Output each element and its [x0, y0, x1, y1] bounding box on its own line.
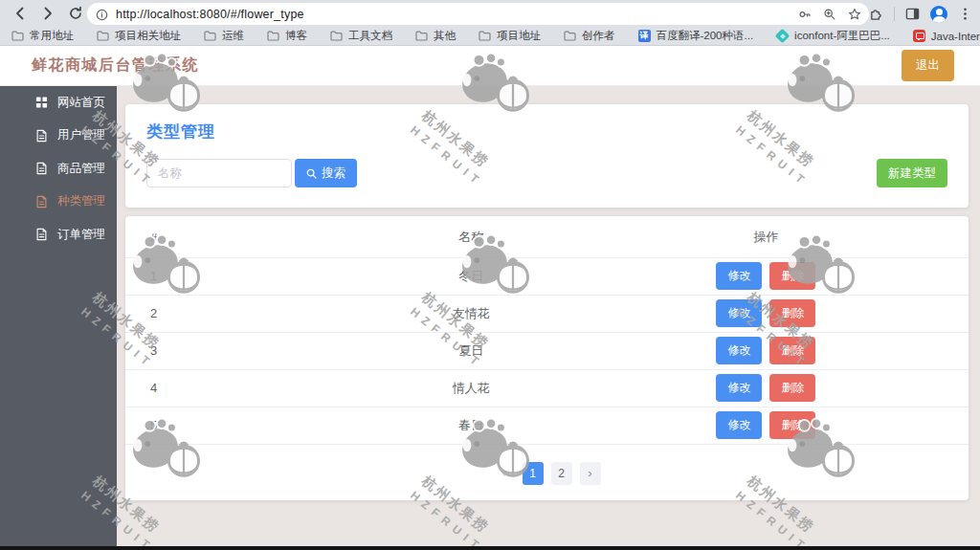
sidebar: 网站首页 用户管理 商品管理 种类管理 订单管理: [0, 86, 117, 546]
edit-button[interactable]: 修改: [716, 411, 762, 439]
delete-button[interactable]: 删除: [769, 374, 815, 402]
bookmark-label: 运维: [222, 29, 244, 43]
table-row: 5 春日 修改删除: [125, 407, 969, 444]
name-search-input[interactable]: [146, 159, 292, 187]
bookmark-folder[interactable]: 博客: [267, 29, 307, 43]
row-name: 春日: [278, 407, 665, 444]
column-header-id: #: [125, 218, 278, 257]
sidebar-item-products[interactable]: 商品管理: [0, 152, 117, 186]
sidebar-item-label: 用户管理: [57, 127, 105, 143]
bookmark-folder[interactable]: 工具文档: [330, 29, 392, 43]
edit-button[interactable]: 修改: [716, 337, 762, 364]
sidebar-item-label: 种类管理: [57, 193, 105, 209]
bookmark-iconfont[interactable]: iconfont-阿里巴巴...: [776, 29, 890, 43]
sidebar-item-label: 网站首页: [57, 95, 105, 111]
pagination-next[interactable]: ›: [580, 462, 601, 485]
sidebar-item-orders[interactable]: 订单管理: [0, 218, 117, 252]
pagination-page-2[interactable]: 2: [551, 462, 572, 485]
bookmark-label: 百度翻译-200种语...: [657, 29, 754, 43]
row-id: 2: [125, 295, 278, 332]
page-title: 类型管理: [146, 121, 947, 143]
table-row: 2 友情花 修改删除: [125, 295, 969, 332]
bookmark-baidu-translate[interactable]: 译百度翻译-200种语...: [638, 29, 754, 43]
menu-dots-icon[interactable]: [958, 7, 972, 21]
bookmark-folder[interactable]: 创作者: [564, 29, 615, 43]
grid-icon: [35, 96, 48, 109]
back-icon[interactable]: [12, 6, 28, 21]
folder-icon: [267, 31, 279, 41]
bookmark-label: 工具文档: [348, 29, 392, 43]
toolbar-divider: [894, 7, 895, 21]
folder-icon: [564, 31, 576, 41]
bookmark-label: Java-Interview-Ad...: [931, 31, 980, 42]
java-interview-icon: [913, 30, 925, 42]
table-row: 1 冬日 修改删除: [125, 257, 969, 295]
bookmark-star-icon[interactable]: [848, 8, 861, 21]
edit-button[interactable]: 修改: [716, 299, 762, 327]
folder-icon: [97, 31, 109, 41]
screen-bottom-edge: [0, 546, 980, 550]
row-name: 夏日: [278, 332, 665, 369]
sidebar-item-label: 商品管理: [57, 161, 105, 177]
row-id: 4: [125, 369, 278, 407]
document-icon: [35, 228, 48, 241]
refresh-icon[interactable]: [68, 6, 83, 21]
bookmark-folder[interactable]: 其他: [415, 29, 456, 43]
folder-icon: [330, 31, 343, 41]
password-key-icon[interactable]: [798, 8, 812, 21]
bookmark-label: 常用地址: [30, 29, 74, 43]
bookmark-java-interview[interactable]: Java-Interview-Ad...: [913, 30, 980, 42]
delete-button[interactable]: 删除: [769, 411, 815, 439]
extensions-icon[interactable]: [869, 7, 883, 21]
address-bar[interactable]: http://localhost:8080/#/flower_type: [87, 3, 869, 25]
sidebar-item-types[interactable]: 种类管理: [0, 186, 117, 219]
search-button-label: 搜索: [322, 165, 345, 182]
edit-button[interactable]: 修改: [716, 374, 762, 402]
side-panel-icon[interactable]: [905, 7, 920, 21]
app-window: 鲜花商城后台管理系统 退出 网站首页 用户管理 商品管理 种类管理 订单: [0, 46, 980, 546]
bookmark-label: 其他: [434, 29, 456, 43]
folder-icon: [415, 31, 428, 41]
table-row: 3 夏日 修改删除: [125, 332, 969, 369]
edit-button[interactable]: 修改: [716, 262, 762, 290]
delete-button[interactable]: 删除: [769, 337, 815, 364]
table-header-row: # 名称 操作: [125, 218, 969, 257]
bookmark-label: 项目相关地址: [115, 29, 181, 43]
table-row: 4 情人花 修改删除: [125, 369, 969, 407]
row-id: 3: [125, 332, 278, 369]
create-type-button[interactable]: 新建类型: [877, 159, 947, 187]
sidebar-item-home[interactable]: 网站首页: [0, 86, 117, 120]
bookmark-folder[interactable]: 项目地址: [479, 29, 541, 43]
row-name: 友情花: [278, 295, 665, 332]
pagination-prev[interactable]: ‹: [494, 462, 515, 485]
delete-button[interactable]: 删除: [769, 262, 815, 290]
zoom-icon[interactable]: [823, 8, 836, 21]
document-icon: [35, 129, 48, 143]
folder-icon: [479, 31, 491, 41]
search-button[interactable]: 搜索: [295, 159, 357, 187]
site-info-icon[interactable]: [96, 8, 108, 20]
baidu-translate-icon: 译: [638, 30, 651, 42]
bookmark-folder[interactable]: 运维: [204, 29, 244, 43]
sidebar-item-users[interactable]: 用户管理: [0, 120, 117, 153]
delete-button[interactable]: 删除: [769, 299, 815, 327]
app-header: 鲜花商城后台管理系统 退出: [0, 46, 980, 86]
forward-icon[interactable]: [40, 6, 56, 21]
bookmark-label: 创作者: [582, 29, 615, 43]
table-card: # 名称 操作 1 冬日 修改删除 2 友情花: [125, 216, 969, 500]
row-id: 1: [125, 257, 278, 295]
bookmark-folder[interactable]: 项目相关地址: [97, 29, 181, 43]
bookmarks-bar: 常用地址 项目相关地址 运维 博客 工具文档 其他 项目地址 创作者 译百度翻译…: [0, 27, 980, 45]
bookmark-folder[interactable]: 常用地址: [11, 29, 74, 43]
row-name: 情人花: [278, 369, 665, 407]
browser-toolbar: http://localhost:8080/#/flower_type: [0, 0, 980, 27]
column-header-actions: 操作: [665, 218, 969, 257]
row-id: 5: [125, 407, 278, 444]
folder-icon: [204, 31, 216, 41]
pagination-page-1[interactable]: 1: [523, 462, 544, 485]
sidebar-item-label: 订单管理: [57, 227, 105, 243]
logout-button[interactable]: 退出: [902, 50, 954, 81]
bookmark-label: 博客: [285, 29, 307, 43]
document-icon: [35, 195, 48, 209]
profile-avatar[interactable]: [930, 6, 947, 23]
